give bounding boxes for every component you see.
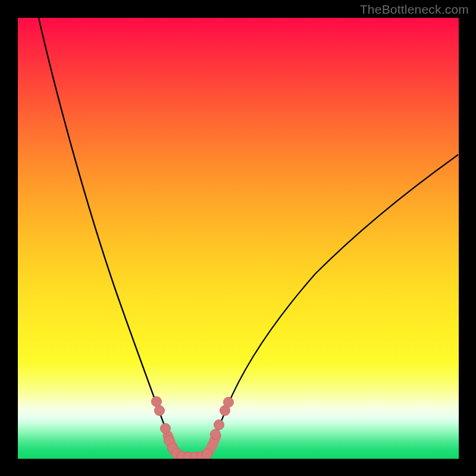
plot-area bbox=[18, 18, 459, 459]
curve-left-branch bbox=[39, 18, 176, 458]
marker-dot bbox=[224, 397, 234, 408]
chart-frame: TheBottleneck.com bbox=[0, 0, 476, 476]
chart-svg bbox=[18, 18, 459, 459]
marker-dot bbox=[214, 420, 224, 430]
marker-dot bbox=[152, 397, 162, 407]
marker-dot bbox=[211, 430, 221, 440]
watermark-text: TheBottleneck.com bbox=[360, 2, 469, 17]
marker-dot bbox=[202, 449, 212, 459]
marker-dot bbox=[155, 406, 165, 416]
curve-right-branch bbox=[208, 155, 458, 458]
marker-group bbox=[152, 397, 234, 459]
marker-dot bbox=[161, 424, 171, 434]
